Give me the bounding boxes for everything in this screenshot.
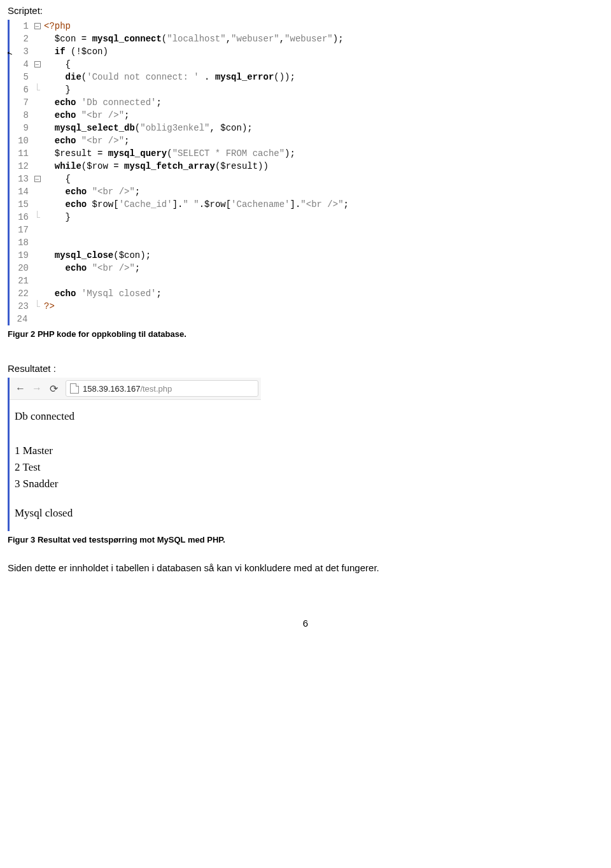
code-text: } bbox=[41, 83, 71, 96]
code-text: $result = mysql_query("SELECT * FROM cac… bbox=[41, 147, 295, 160]
heading-scriptet: Scriptet: bbox=[8, 5, 611, 16]
code-line: 6 } bbox=[10, 83, 603, 96]
output-connected: Db connected bbox=[15, 410, 256, 423]
line-number: 2 bbox=[10, 32, 32, 45]
code-text: mysql_select_db("oblig3enkel", $con); bbox=[41, 122, 253, 134]
address-bar[interactable]: 158.39.163.167/test.php bbox=[66, 380, 258, 397]
code-text: echo $row['Cache_id']." ".$row['Cachenam… bbox=[41, 198, 349, 211]
line-number: 7 bbox=[10, 96, 32, 109]
code-text: $con = mysql_connect("localhost","webuse… bbox=[41, 32, 344, 45]
code-text: ?> bbox=[41, 300, 55, 313]
code-line: 20 echo "<br />"; bbox=[10, 262, 603, 274]
code-line: 11 $result = mysql_query("SELECT * FROM … bbox=[10, 147, 603, 160]
line-number: 20 bbox=[10, 262, 32, 274]
body-paragraph: Siden dette er innholdet i tabellen i da… bbox=[8, 562, 603, 573]
code-line: 2 $con = mysql_connect("localhost","webu… bbox=[10, 32, 603, 45]
code-text: if (!$con) bbox=[41, 45, 108, 58]
line-number: 21 bbox=[10, 274, 32, 287]
code-line: 17 bbox=[10, 224, 603, 236]
url-host: 158.39.163.167 bbox=[83, 384, 140, 394]
code-text: echo 'Mysql closed'; bbox=[41, 287, 162, 300]
code-text: } bbox=[41, 211, 71, 224]
code-text: mysql_close($con); bbox=[41, 249, 151, 262]
code-line: 22 echo 'Mysql closed'; bbox=[10, 287, 603, 300]
line-number: 24 bbox=[10, 313, 31, 325]
code-editor-block: ↖ 1<?php2 $con = mysql_connect("localhos… bbox=[8, 20, 603, 325]
line-number: 6 bbox=[10, 83, 32, 96]
code-line: 3 if (!$con) bbox=[10, 45, 603, 58]
line-number: 23 bbox=[10, 300, 32, 313]
output-row: 1 Master bbox=[15, 445, 256, 457]
line-number: 8 bbox=[10, 109, 32, 122]
code-line: 7 echo 'Db connected'; bbox=[10, 96, 603, 109]
line-number: 10 bbox=[10, 134, 32, 147]
line-number: 18 bbox=[10, 236, 32, 249]
figure-3-caption: Figur 3 Resultat ved testspørring mot My… bbox=[8, 535, 611, 544]
browser-page-body: Db connected 1 Master 2 Test 3 Snadder M… bbox=[10, 400, 261, 531]
code-line: 19 mysql_close($con); bbox=[10, 249, 603, 262]
code-line: 8 echo "<br />"; bbox=[10, 109, 603, 122]
code-text: <?php bbox=[41, 20, 71, 32]
line-number: 5 bbox=[10, 71, 32, 83]
code-line: 12 while($row = mysql_fetch_array($resul… bbox=[10, 160, 603, 173]
code-line: 16 } bbox=[10, 211, 603, 224]
code-line: 14 echo "<br />"; bbox=[10, 185, 603, 198]
page-number: 6 bbox=[0, 618, 611, 629]
code-line: 4 { bbox=[10, 58, 603, 71]
code-line: 1<?php bbox=[10, 20, 603, 32]
code-text: echo "<br />"; bbox=[41, 109, 129, 122]
line-number: 1 bbox=[10, 20, 32, 32]
url-path: /test.php bbox=[140, 384, 172, 394]
forward-button[interactable]: → bbox=[29, 380, 45, 397]
line-number: 4 bbox=[10, 58, 32, 71]
line-number: 13 bbox=[10, 173, 32, 185]
code-line: 10 echo "<br />"; bbox=[10, 134, 603, 147]
code-text: { bbox=[41, 173, 71, 185]
page-icon bbox=[70, 383, 79, 394]
back-button[interactable]: ← bbox=[12, 380, 29, 397]
code-text: while($row = mysql_fetch_array($result)) bbox=[41, 160, 269, 173]
code-text: die('Could not connect: ' . mysql_error(… bbox=[41, 71, 295, 83]
code-line: 23?> bbox=[10, 300, 603, 313]
line-number: 16 bbox=[10, 211, 32, 224]
code-line: 15 echo $row['Cache_id']." ".$row['Cache… bbox=[10, 198, 603, 211]
code-line: 21 bbox=[10, 274, 603, 287]
code-text: echo "<br />"; bbox=[41, 262, 140, 274]
browser-window: ← → ⟳ 158.39.163.167/test.php Db connect… bbox=[8, 378, 261, 531]
line-number: 22 bbox=[10, 287, 32, 300]
line-number: 12 bbox=[10, 160, 32, 173]
code-line: 13 { bbox=[10, 173, 603, 185]
reload-button[interactable]: ⟳ bbox=[45, 380, 62, 397]
figure-2-caption: Figur 2 PHP kode for oppkobling til data… bbox=[8, 329, 611, 339]
code-line: 9 mysql_select_db("oblig3enkel", $con); bbox=[10, 122, 603, 134]
line-number: 17 bbox=[10, 224, 32, 236]
code-text: { bbox=[41, 58, 71, 71]
line-number: 9 bbox=[10, 122, 32, 134]
code-line: 24 bbox=[10, 313, 603, 325]
output-row: 3 Snadder bbox=[15, 478, 256, 490]
code-text: echo "<br />"; bbox=[41, 185, 140, 198]
line-number: 11 bbox=[10, 147, 32, 160]
code-text: echo 'Db connected'; bbox=[41, 96, 162, 109]
heading-resultatet: Resultatet : bbox=[8, 363, 611, 374]
line-number: 19 bbox=[10, 249, 32, 262]
code-line: 5 die('Could not connect: ' . mysql_erro… bbox=[10, 71, 603, 83]
browser-toolbar: ← → ⟳ 158.39.163.167/test.php bbox=[10, 378, 261, 400]
code-text: echo "<br />"; bbox=[41, 134, 129, 147]
code-line: 18 bbox=[10, 236, 603, 249]
line-number: 14 bbox=[10, 185, 32, 198]
line-number: 15 bbox=[10, 198, 32, 211]
output-closed: Mysql closed bbox=[15, 507, 256, 520]
output-row: 2 Test bbox=[15, 461, 256, 474]
